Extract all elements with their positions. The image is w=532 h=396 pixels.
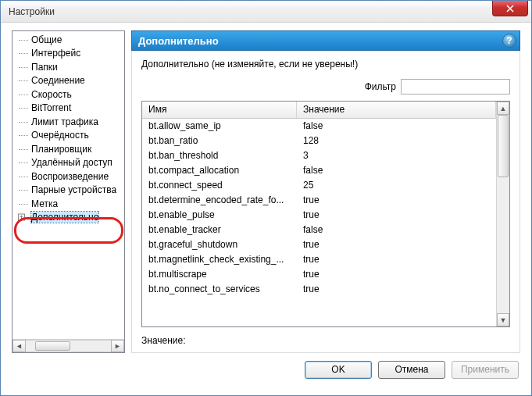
scroll-track[interactable] xyxy=(26,340,111,352)
table-row[interactable]: bt.enable_pulsetrue xyxy=(142,208,496,223)
tree-item[interactable]: Общие xyxy=(19,33,124,47)
tree-item-label: Планировщик xyxy=(31,144,91,155)
tree-item-label: Соединение xyxy=(31,75,85,86)
tree-item[interactable]: Воспроизведение xyxy=(19,169,124,184)
cell-value: 128 xyxy=(297,134,496,148)
window-title: Настройки xyxy=(9,6,55,17)
close-icon xyxy=(506,5,514,12)
tree-item[interactable]: BitTorrent xyxy=(19,102,124,116)
tree-item[interactable]: Соединение xyxy=(19,74,124,88)
expand-icon[interactable]: + xyxy=(18,214,25,221)
scroll-thumb[interactable] xyxy=(35,341,70,351)
cancel-button[interactable]: Отмена xyxy=(378,361,445,379)
ok-button[interactable]: OK xyxy=(305,361,372,379)
scroll-track[interactable] xyxy=(497,115,509,313)
filter-input[interactable] xyxy=(401,79,510,95)
tree-item-label: Очерёдность xyxy=(31,130,89,141)
table-row[interactable]: bt.compact_allocationfalse xyxy=(142,163,496,178)
settings-panel: Дополнительно ? Дополнительно (не изменя… xyxy=(131,30,520,353)
panel-header: Дополнительно ? xyxy=(131,30,520,51)
help-button[interactable]: ? xyxy=(502,34,516,48)
tree-item-label: Удалённый доступ xyxy=(31,157,112,168)
titlebar: Настройки xyxy=(1,1,531,23)
tree-item[interactable]: Папки xyxy=(19,60,124,74)
tree-horizontal-scrollbar[interactable]: ◄ ► xyxy=(12,339,124,352)
tree-item-label: Папки xyxy=(31,62,58,73)
cell-name: bt.determine_encoded_rate_fo... xyxy=(142,193,297,208)
grid-header: Имя Значение xyxy=(142,102,496,119)
tree-item-label: Интерфейс xyxy=(31,48,80,59)
table-row[interactable]: bt.determine_encoded_rate_fo...true xyxy=(142,193,496,208)
cell-name: bt.graceful_shutdown xyxy=(142,237,297,252)
tree-item[interactable]: Метка xyxy=(19,197,124,211)
table-row[interactable]: bt.multiscrapetrue xyxy=(142,267,496,282)
cell-value: true xyxy=(297,252,496,267)
tree-item[interactable]: Парные устройства xyxy=(19,184,124,198)
tree-item[interactable]: Скорость xyxy=(19,87,124,102)
scroll-up-button[interactable]: ▲ xyxy=(497,102,509,115)
cell-name: bt.ban_ratio xyxy=(142,134,297,148)
scroll-left-button[interactable]: ◄ xyxy=(12,340,26,352)
cell-name: bt.connect_speed xyxy=(142,178,297,193)
table-row[interactable]: bt.allow_same_ipfalse xyxy=(142,119,496,134)
scroll-right-button[interactable]: ► xyxy=(111,340,124,352)
grid-vertical-scrollbar[interactable]: ▲ ▼ xyxy=(496,102,509,326)
cell-value: true xyxy=(297,267,496,282)
cell-name: bt.ban_threshold xyxy=(142,148,297,163)
warning-text: Дополнительно (не изменяйте, если не уве… xyxy=(141,59,510,70)
dialog-footer: OK Отмена Применить xyxy=(12,353,520,386)
tree-item-label: Дополнительно xyxy=(31,212,98,223)
value-label: Значение: xyxy=(141,335,186,346)
cell-value: true xyxy=(297,208,496,223)
apply-button[interactable]: Применить xyxy=(452,361,519,379)
table-row[interactable]: bt.ban_ratio128 xyxy=(142,134,496,148)
cell-name: bt.enable_tracker xyxy=(142,223,297,237)
cell-name: bt.multiscrape xyxy=(142,267,297,282)
cell-name: bt.no_connect_to_services xyxy=(142,282,297,297)
cell-name: bt.allow_same_ip xyxy=(142,119,297,134)
cell-value: false xyxy=(297,163,496,178)
col-header-value[interactable]: Значение xyxy=(297,102,496,118)
tree-item[interactable]: Планировщик xyxy=(19,142,124,156)
panel-title: Дополнительно xyxy=(138,35,219,47)
table-row[interactable]: bt.enable_trackerfalse xyxy=(142,223,496,237)
tree-item[interactable]: +Дополнительно xyxy=(19,211,124,225)
cell-value: 3 xyxy=(297,148,496,163)
tree-item[interactable]: Лимит трафика xyxy=(19,115,124,129)
help-icon: ? xyxy=(506,35,512,46)
table-row[interactable]: bt.magnetlink_check_existing_...true xyxy=(142,252,496,267)
tree-item-label: Лимит трафика xyxy=(31,116,98,127)
tree-item-label: BitTorrent xyxy=(31,102,71,113)
tree-item[interactable]: Очерёдность xyxy=(19,129,124,143)
cell-name: bt.enable_pulse xyxy=(142,208,297,223)
cell-value: true xyxy=(297,193,496,208)
scroll-thumb[interactable] xyxy=(498,115,509,177)
cell-value: true xyxy=(297,237,496,252)
close-button[interactable] xyxy=(492,1,528,16)
col-header-name[interactable]: Имя xyxy=(142,102,297,118)
settings-tree: ОбщиеИнтерфейсПапкиСоединениеСкоростьBit… xyxy=(12,30,125,353)
tree-item-label: Воспроизведение xyxy=(31,171,109,182)
cell-name: bt.magnetlink_check_existing_... xyxy=(142,252,297,267)
filter-label: Фильтр xyxy=(365,81,396,92)
tree-item-label: Парные устройства xyxy=(31,184,116,195)
tree-item-label: Метка xyxy=(31,198,58,209)
scroll-down-button[interactable]: ▼ xyxy=(497,313,509,326)
cell-value: 25 xyxy=(297,178,496,193)
table-row[interactable]: bt.no_connect_to_servicestrue xyxy=(142,282,496,297)
table-row[interactable]: bt.graceful_shutdowntrue xyxy=(142,237,496,252)
cell-value: false xyxy=(297,119,496,134)
cell-value: false xyxy=(297,223,496,237)
table-row[interactable]: bt.ban_threshold3 xyxy=(142,148,496,163)
tree-item[interactable]: Удалённый доступ xyxy=(19,156,124,170)
tree-item-label: Общие xyxy=(31,34,62,45)
tree-item[interactable]: Интерфейс xyxy=(19,47,124,61)
cell-value: true xyxy=(297,282,496,297)
cell-name: bt.compact_allocation xyxy=(142,163,297,178)
table-row[interactable]: bt.connect_speed25 xyxy=(142,178,496,193)
tree-item-label: Скорость xyxy=(31,89,72,100)
advanced-grid: Имя Значение bt.allow_same_ipfalsebt.ban… xyxy=(141,101,510,327)
